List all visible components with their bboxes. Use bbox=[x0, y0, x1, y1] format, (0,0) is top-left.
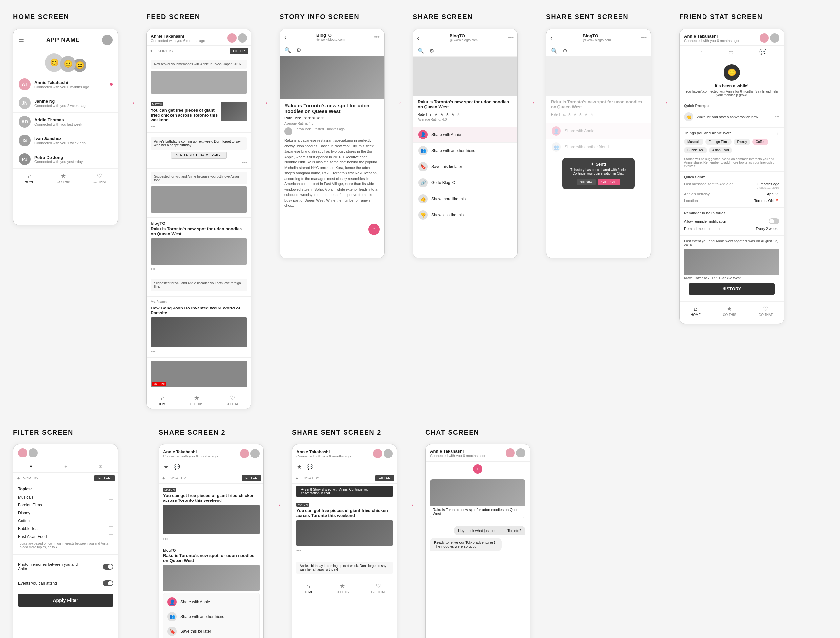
dots-menu-2[interactable]: ••• bbox=[151, 160, 247, 165]
stat-tag-1[interactable]: Foreign Films bbox=[706, 139, 732, 145]
stat-chat-icon[interactable]: 💬 bbox=[759, 48, 766, 55]
dots-menu-1[interactable]: ••• bbox=[151, 124, 156, 129]
share-option-0[interactable]: 👤 Share with Annie bbox=[413, 127, 518, 143]
stat-tidbit-section: Quick tidbit: Last message sent to Annie… bbox=[679, 172, 784, 208]
share-option-5[interactable]: 👎 Show less like this bbox=[413, 207, 518, 223]
story-settings-icon[interactable]: ⚙ bbox=[296, 47, 301, 53]
share-sent2-sort-btn[interactable]: SORT BY bbox=[302, 475, 321, 481]
share2-opt-2[interactable]: 🔖 Save this for later bbox=[163, 624, 259, 638]
friend-item-2[interactable]: AD Addie Thomas Connected with you last … bbox=[13, 112, 118, 131]
friend-item-3[interactable]: IS Ivan Sanchez Connected with you 1 wee… bbox=[13, 131, 118, 150]
friend-item-4[interactable]: PJ Petra De Jong Connected with you yest… bbox=[13, 150, 118, 169]
share-action-button[interactable]: ↑ bbox=[368, 224, 380, 235]
share-settings-icon[interactable]: ⚙ bbox=[429, 47, 434, 54]
stat-tag-3[interactable]: Coffee bbox=[752, 139, 769, 145]
stat-nav-go-this[interactable]: ★GO THIS bbox=[723, 305, 736, 317]
filter-toggle-1[interactable] bbox=[103, 580, 113, 586]
back-icon[interactable]: ‹ bbox=[284, 33, 287, 41]
share-sent-settings-icon[interactable]: ⚙ bbox=[563, 47, 567, 54]
filter-checkbox-5[interactable] bbox=[109, 534, 113, 539]
share-sent2-filter-btn[interactable]: FILTER bbox=[375, 475, 394, 482]
story-dots[interactable]: ••• bbox=[374, 34, 380, 40]
dots-menu-4[interactable]: ••• bbox=[151, 267, 156, 272]
chat-story-title: Raku is Toronto's new spot for udon nood… bbox=[430, 506, 525, 518]
stat-tag-2[interactable]: Disney bbox=[734, 139, 750, 145]
nav-go-that[interactable]: ♡ GO THAT bbox=[93, 172, 107, 184]
add-tag-button[interactable]: + bbox=[776, 131, 779, 137]
share-dots[interactable]: ••• bbox=[508, 35, 513, 41]
filter-toggle-0[interactable] bbox=[103, 564, 113, 570]
filter-checkbox-2[interactable] bbox=[109, 511, 113, 515]
share-option-1[interactable]: 👥 Share with another friend bbox=[413, 143, 518, 159]
filter-tab-plus[interactable]: + bbox=[48, 461, 83, 472]
share-option-2[interactable]: 🔖 Save this for later bbox=[413, 159, 518, 175]
share-sent2-nav-go-that[interactable]: ♡GO THAT bbox=[371, 583, 386, 594]
bubble-2[interactable]: 😐 bbox=[60, 56, 76, 72]
friend-item-0[interactable]: AT Annie Takahashi Connected with you 6 … bbox=[13, 75, 118, 94]
share2-opt-0[interactable]: 👤 Share with Annie bbox=[163, 595, 259, 610]
dots-menu-6[interactable]: ••• bbox=[151, 349, 156, 354]
share-sent-search-icon[interactable]: 🔍 bbox=[551, 47, 557, 54]
share-sent2-dots[interactable]: ••• bbox=[296, 548, 301, 553]
stat-tag-5[interactable]: Asian Food bbox=[709, 147, 733, 153]
filter-filter-btn[interactable]: FILTER bbox=[95, 475, 115, 482]
filter-checkbox-3[interactable] bbox=[109, 518, 113, 523]
share-friend-label: Share with another friend bbox=[431, 148, 475, 153]
share-sent-dots[interactable]: ••• bbox=[641, 35, 647, 41]
filter-tab-mail[interactable]: ✉ bbox=[83, 461, 118, 472]
share2-star-icon[interactable]: ★ bbox=[164, 464, 168, 470]
filter-checkbox-0[interactable] bbox=[109, 495, 113, 499]
share-option-4[interactable]: 👍 Show more like this bbox=[413, 191, 518, 207]
filter-sort-btn[interactable]: SORT BY bbox=[23, 476, 39, 480]
chat-new-btn[interactable]: + bbox=[473, 464, 482, 474]
sort-button[interactable]: SORT BY bbox=[156, 48, 175, 54]
nav-home[interactable]: ⌂ HOME bbox=[25, 173, 35, 184]
share2-dots-1[interactable]: ••• bbox=[163, 536, 168, 542]
stat-tag-0[interactable]: Musicals bbox=[684, 139, 704, 145]
stat-tag-4[interactable]: Bubble Tea bbox=[684, 147, 707, 153]
feed-nav-go-this[interactable]: ★GO THIS bbox=[190, 395, 204, 406]
share-sent2-star-icon[interactable]: ★ bbox=[297, 464, 302, 470]
stat-nav-go-that[interactable]: ♡GO THAT bbox=[759, 305, 773, 317]
stat-arrow-icon[interactable]: → bbox=[697, 48, 703, 55]
nav-home-label: HOME bbox=[25, 180, 35, 184]
not-now-button[interactable]: Not Now bbox=[576, 178, 595, 185]
filter-checkbox-4[interactable] bbox=[109, 526, 113, 531]
go-to-chat-button[interactable]: Go to Chat bbox=[598, 178, 621, 185]
stat-allow-toggle[interactable] bbox=[769, 218, 779, 224]
home-screen-label: HOME SCREEN bbox=[13, 13, 118, 21]
share2-filter-btn[interactable]: FILTER bbox=[242, 475, 261, 482]
user-avatar[interactable] bbox=[102, 35, 112, 45]
filter-button[interactable]: FILTER bbox=[230, 47, 248, 54]
apply-filter-button[interactable]: Apply Filter bbox=[18, 594, 113, 607]
share-back-icon[interactable]: ‹ bbox=[417, 34, 419, 42]
history-button[interactable]: HISTORY bbox=[689, 283, 775, 295]
stat-star-icon[interactable]: ☆ bbox=[728, 48, 734, 55]
birthday-btn[interactable]: SEND A BIRTHDAY MESSAGE bbox=[171, 152, 227, 158]
stat-prompt-dots[interactable]: ••• bbox=[775, 115, 779, 119]
filter-checkbox-1[interactable] bbox=[109, 503, 113, 507]
share2-opt-1[interactable]: 👥 Share with another friend bbox=[163, 610, 259, 624]
share-search-icon[interactable]: 🔍 bbox=[418, 47, 424, 54]
story-search-icon[interactable]: 🔍 bbox=[284, 47, 291, 53]
stat-nav-home[interactable]: ⌂HOME bbox=[691, 306, 701, 317]
share-option-3[interactable]: 🔗 Go to BlogTO bbox=[413, 175, 518, 191]
share-sent2-chat-icon[interactable]: 💬 bbox=[307, 464, 313, 470]
feed-nav-home[interactable]: ⌂HOME bbox=[158, 395, 168, 406]
filter-divider-2 bbox=[18, 576, 113, 576]
chat-story-card[interactable]: Raku is Toronto's new spot for udon nood… bbox=[430, 480, 525, 518]
menu-icon[interactable]: ☰ bbox=[19, 36, 24, 44]
story-stars[interactable]: ★ ★ ★ ★ ★ bbox=[303, 116, 324, 120]
share-sent2-nav-go-this[interactable]: ★GO THIS bbox=[336, 583, 349, 594]
share-sent-back-icon[interactable]: ‹ bbox=[550, 34, 553, 42]
filter-tab-heart[interactable]: ♥ bbox=[13, 461, 48, 472]
stat-prompt[interactable]: 👋 Wave 'hi' and start a conversation now… bbox=[684, 110, 779, 124]
share2-chat-icon[interactable]: 💬 bbox=[174, 464, 180, 470]
story-hero-image bbox=[280, 56, 384, 99]
friend-item-1[interactable]: JN Janine Ng Connected with you 2 weeks … bbox=[13, 94, 118, 112]
share2-sort-btn[interactable]: SORT BY bbox=[168, 475, 188, 481]
feed-nav-go-that[interactable]: ♡GO THAT bbox=[226, 395, 240, 406]
nav-go-this[interactable]: ★ GO THIS bbox=[57, 172, 70, 184]
share-sent2-nav-home[interactable]: ⌂HOME bbox=[303, 583, 313, 594]
stat-tidbit-0: Last message sent to Annie on 6 months a… bbox=[684, 181, 779, 191]
